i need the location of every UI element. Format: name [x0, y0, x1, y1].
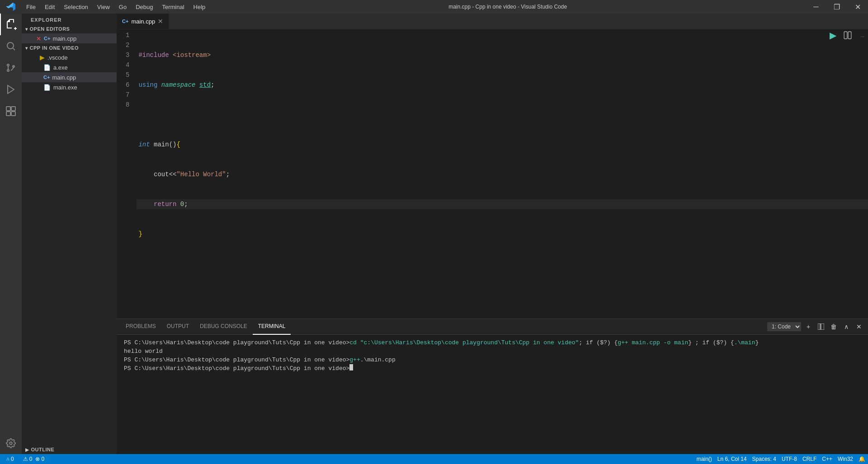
- tab-maincpp[interactable]: C+ main.cpp ✕: [117, 14, 169, 29]
- tab-problems[interactable]: PROBLEMS: [120, 319, 161, 335]
- split-editor-button[interactable]: [841, 29, 854, 42]
- code-line-5: cout<<"Hello World";: [137, 169, 868, 179]
- open-editors-arrow: ▾: [25, 27, 28, 32]
- file-mainexe[interactable]: 📄 main.exe: [22, 82, 117, 92]
- menu-view[interactable]: View: [93, 0, 114, 14]
- warning-count: 0: [29, 456, 33, 462]
- status-line-ending[interactable]: CRLF: [800, 454, 819, 464]
- outline-arrow: ▶: [25, 447, 29, 452]
- code-line-2: using namespace std;: [137, 80, 868, 90]
- status-spaces[interactable]: Spaces: 4: [750, 454, 779, 464]
- svg-rect-8: [11, 107, 15, 111]
- terminal-cursor: [349, 364, 353, 370]
- project-section[interactable]: ▾ CPP IN ONE VIDEO: [22, 43, 117, 52]
- cpp-file-icon2: C+: [43, 75, 50, 80]
- tab-terminal[interactable]: TERMINAL: [253, 319, 291, 335]
- open-editor-main-cpp[interactable]: ✕ C+ main.cpp: [22, 33, 117, 43]
- token-include: #include: [138, 50, 169, 60]
- project-arrow: ▾: [25, 46, 28, 51]
- warning-icon: ⚠: [23, 456, 28, 462]
- vscode-logo: [0, 2, 22, 11]
- sidebar-header: Explorer: [22, 14, 117, 24]
- kill-terminal-button[interactable]: 🗑: [828, 321, 839, 332]
- svg-point-0: [7, 42, 14, 49]
- menu-debug[interactable]: Debug: [131, 0, 157, 14]
- svg-rect-9: [6, 112, 10, 116]
- file-maincpp-label: main.cpp: [52, 74, 76, 81]
- activity-run[interactable]: [0, 79, 22, 100]
- maximize-button[interactable]: ❐: [826, 0, 847, 14]
- split-terminal-button[interactable]: [816, 321, 826, 332]
- tab-bar: C+ main.cpp ✕: [117, 14, 868, 29]
- code-editor[interactable]: 1 2 3 4 5 6 7 8 #include <iostream> usin…: [117, 29, 868, 319]
- window-controls[interactable]: ─ ❐ ✕: [806, 0, 868, 14]
- status-position[interactable]: Ln 6, Col 14: [715, 454, 750, 464]
- new-terminal-button[interactable]: +: [803, 321, 814, 332]
- status-function[interactable]: main(): [694, 454, 715, 464]
- maximize-panel-button[interactable]: ∧: [841, 321, 852, 332]
- open-editors-section[interactable]: ▾ OPEN EDITORS: [22, 24, 117, 33]
- activity-source-control[interactable]: [0, 57, 22, 79]
- project-label: CPP IN ONE VIDEO: [30, 45, 79, 51]
- open-editor-filename: main.cpp: [52, 35, 76, 42]
- outline-section[interactable]: ▶ OUTLINE: [22, 445, 117, 454]
- title-bar: File Edit Selection View Go Debug Termin…: [0, 0, 868, 14]
- tab-maincpp-label: main.cpp: [131, 18, 155, 25]
- menu-file[interactable]: File: [22, 0, 40, 14]
- panel-area: PROBLEMS OUTPUT DEBUG CONSOLE TERMINAL 1…: [117, 319, 868, 454]
- git-branch-label: 0: [11, 456, 14, 462]
- status-spaces-label: Spaces: 4: [752, 456, 776, 462]
- svg-rect-7: [6, 107, 10, 111]
- status-right: main() Ln 6, Col 14 Spaces: 4 UTF-8 CRLF…: [694, 454, 868, 464]
- minimize-button[interactable]: ─: [806, 0, 826, 14]
- activity-extensions[interactable]: [0, 100, 22, 122]
- status-notifications[interactable]: 🔔: [856, 454, 868, 464]
- tab-debug-console[interactable]: DEBUG CONSOLE: [194, 319, 253, 335]
- close-panel-button[interactable]: ✕: [854, 321, 864, 332]
- outline-label: OUTLINE: [31, 447, 55, 452]
- editor-actions: ▶ ...: [823, 27, 868, 43]
- code-content[interactable]: #include <iostream> using namespace std;…: [137, 29, 868, 319]
- terminal-line-2: PS C:\Users\Haris\Desktop\code playgroun…: [124, 356, 861, 364]
- terminal-content[interactable]: PS C:\Users\Haris\Desktop\code playgroun…: [117, 335, 868, 454]
- menu-go[interactable]: Go: [114, 0, 131, 14]
- svg-line-1: [13, 48, 15, 50]
- svg-rect-15: [821, 323, 824, 330]
- menu-terminal[interactable]: Terminal: [157, 0, 189, 14]
- terminal-selector[interactable]: 1: Code: [767, 322, 801, 331]
- status-language-label: C++: [822, 456, 832, 462]
- file-aexe[interactable]: 📄 a.exe: [22, 62, 117, 72]
- status-position-label: Ln 6, Col 14: [717, 456, 747, 462]
- file-maincpp[interactable]: C+ main.cpp: [22, 72, 117, 82]
- activity-search[interactable]: [0, 35, 22, 57]
- tab-cpp-icon: C+: [122, 19, 128, 24]
- menu-bar[interactable]: File Edit Selection View Go Debug Termin…: [22, 0, 210, 14]
- folder-arrow-icon: ▶: [40, 54, 45, 61]
- menu-edit[interactable]: Edit: [40, 0, 59, 14]
- token-namespace: namespace: [161, 80, 196, 90]
- activity-bar: [0, 14, 22, 454]
- folder-vscode[interactable]: ▶ .vscode: [22, 52, 117, 62]
- svg-marker-6: [8, 85, 14, 94]
- folder-vscode-label: .vscode: [47, 54, 68, 61]
- tab-close-button[interactable]: ✕: [158, 18, 163, 24]
- status-errors[interactable]: ⚠ 0 ⊗ 0: [20, 454, 47, 464]
- main-container: Explorer ▾ OPEN EDITORS ✕ C+ main.cpp ▾ …: [0, 14, 868, 454]
- code-line-7: }: [137, 229, 868, 239]
- activity-settings[interactable]: [0, 432, 22, 454]
- status-git[interactable]: ⑃ 0: [4, 454, 17, 464]
- status-line-ending-label: CRLF: [802, 456, 816, 462]
- editor-area: ▶ ... C+ main.cpp ✕ 1 2 3: [117, 14, 868, 454]
- close-button[interactable]: ✕: [847, 0, 868, 14]
- status-left: ⑃ 0 ⚠ 0 ⊗ 0: [0, 454, 51, 464]
- activity-explorer[interactable]: [0, 14, 22, 35]
- status-platform[interactable]: Win32: [835, 454, 856, 464]
- menu-selection[interactable]: Selection: [59, 0, 92, 14]
- run-button[interactable]: ▶: [827, 29, 840, 42]
- git-branch-icon: ⑃: [6, 456, 9, 462]
- menu-help[interactable]: Help: [189, 0, 210, 14]
- code-line-4: int main(){: [137, 140, 868, 150]
- tab-output[interactable]: OUTPUT: [161, 319, 194, 335]
- status-language[interactable]: C++: [819, 454, 835, 464]
- status-encoding[interactable]: UTF-8: [779, 454, 800, 464]
